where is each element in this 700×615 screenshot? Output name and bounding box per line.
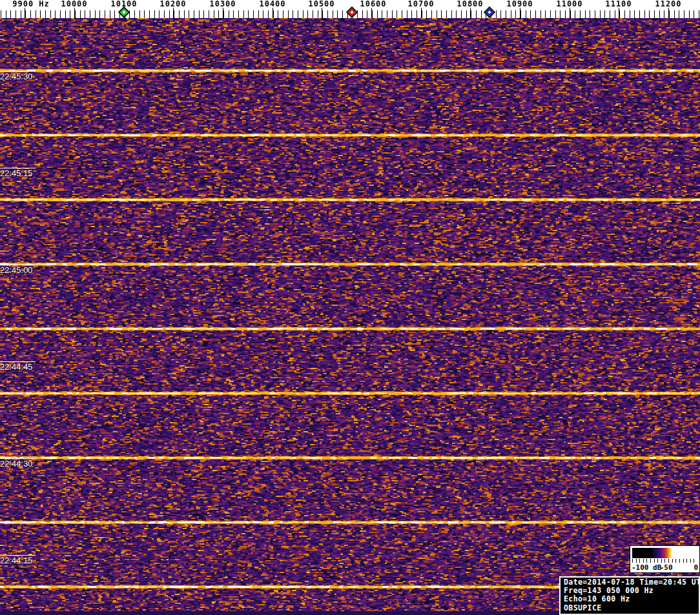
time-text: 22:45:30 [0,72,36,81]
waterfall-display[interactable] [0,18,700,611]
time-label: 22:45:00 [0,265,36,274]
colorscale-max-label: 0 [694,563,698,572]
time-label: 22:44:30 [0,458,36,468]
colorscale-gradient-bar [632,548,697,558]
freq-tick-label: 10300 [209,0,236,8]
colorscale-legend: -100 dB -50 0 [630,545,700,573]
info-echo-line: Echo=10 600 Hz [564,595,699,603]
time-label: 22:44:45 [0,361,36,371]
freq-tick-label: 10900 [506,0,533,8]
time-text: 22:45:15 [0,169,36,177]
info-observer-line: OBSUPICE [564,604,699,612]
freq-tick-label: 11100 [605,0,632,8]
freq-tick-label: 10200 [160,0,186,8]
colorscale-mid-label: -50 [660,563,673,572]
freq-tick-label: 11000 [556,0,582,8]
freq-tick-label: 9900 Hz [12,0,50,8]
time-text: 22:45:00 [0,266,36,274]
colorscale-ticks [632,559,697,563]
time-label: 22:44:15 [0,555,36,565]
freq-tick-label: 10400 [259,0,285,8]
time-label: 22:45:30 [0,71,36,81]
freq-tick-label: 10500 [308,0,335,8]
freq-tick-label: 10800 [457,0,483,8]
colorscale-min-label: -100 dB [632,563,661,572]
time-text: 22:44:45 [0,363,36,371]
time-label: 22:45:15 [0,168,36,177]
spectrogram-app: 9900 Hz100001010010200103001040010500106… [0,0,700,615]
freq-tick-label: 11200 [655,0,681,8]
time-text: 22:44:15 [0,556,36,565]
frequency-ruler: 9900 Hz100001010010200103001040010500106… [0,0,700,18]
freq-tick-label: 10000 [61,0,87,8]
freq-tick-label: 10600 [360,0,386,8]
time-text: 22:44:30 [0,459,36,468]
info-box: Date=2014-07-18 Time=20:45 UTC Freq=143 … [559,576,700,615]
freq-tick-label: 10700 [407,0,434,8]
